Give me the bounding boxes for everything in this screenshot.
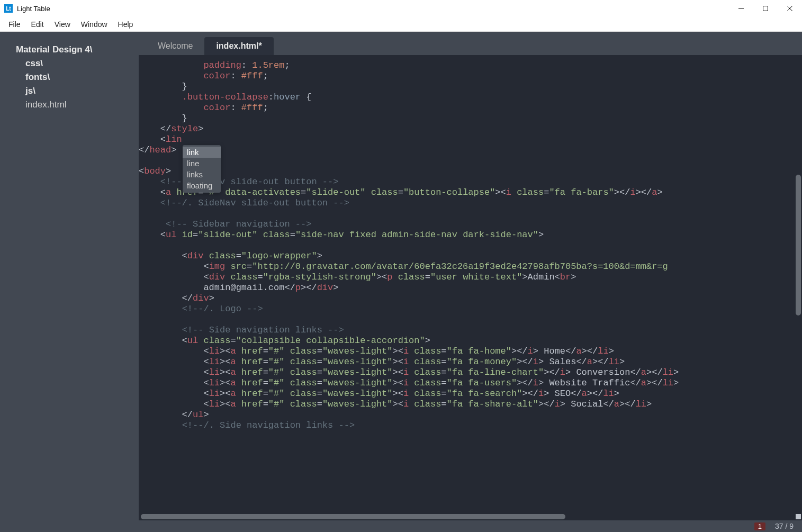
autocomplete-item-line[interactable]: line xyxy=(183,158,221,169)
tree-folder-js[interactable]: js\ xyxy=(25,86,139,96)
horizontal-scrollbar[interactable] xyxy=(141,514,794,519)
menu-bar: File Edit View Window Help xyxy=(0,17,802,32)
menu-help[interactable]: Help xyxy=(113,18,139,31)
resize-handle-icon xyxy=(796,514,801,519)
menu-edit[interactable]: Edit xyxy=(26,18,49,31)
close-button[interactable] xyxy=(778,0,802,17)
editor-tabs: Welcome index.html* xyxy=(139,32,802,55)
vertical-scroll-thumb[interactable] xyxy=(796,175,801,315)
code-editor[interactable]: padding: 1.5rem; color: #fff; } .button-… xyxy=(139,55,802,520)
svg-rect-1 xyxy=(763,6,768,11)
maximize-button[interactable] xyxy=(753,0,778,17)
tab-welcome[interactable]: Welcome xyxy=(146,37,204,55)
autocomplete-popup: link line links floating xyxy=(183,145,221,193)
window-controls xyxy=(729,0,802,17)
menu-file[interactable]: File xyxy=(3,18,26,31)
title-bar: Lt Light Table xyxy=(0,0,802,17)
tree-root[interactable]: Material Design 4\ xyxy=(16,44,139,55)
horizontal-scroll-thumb[interactable] xyxy=(141,514,565,519)
file-tree: Material Design 4\ css\ fonts\ js\ index… xyxy=(0,32,139,520)
autocomplete-item-links[interactable]: links xyxy=(183,169,221,180)
tab-index-html[interactable]: index.html* xyxy=(204,37,273,55)
tree-folder-fonts[interactable]: fonts\ xyxy=(25,72,139,83)
menu-window[interactable]: Window xyxy=(76,18,113,31)
tree-folder-css[interactable]: css\ xyxy=(25,58,139,69)
vertical-scrollbar[interactable] xyxy=(796,58,801,439)
app-icon: Lt xyxy=(4,4,13,13)
app-title: Light Table xyxy=(17,5,50,13)
editor-area: Welcome index.html* padding: 1.5rem; col… xyxy=(139,32,802,520)
autocomplete-item-floating[interactable]: floating xyxy=(183,180,221,191)
autocomplete-item-link[interactable]: link xyxy=(183,147,221,158)
tree-file-index[interactable]: index.html xyxy=(25,100,139,110)
status-error-badge[interactable]: 1 xyxy=(754,522,765,530)
cursor-position: 37 / 9 xyxy=(775,522,794,530)
menu-view[interactable]: View xyxy=(49,18,76,31)
status-bar: 1 37 / 9 xyxy=(0,520,802,532)
minimize-button[interactable] xyxy=(729,0,753,17)
